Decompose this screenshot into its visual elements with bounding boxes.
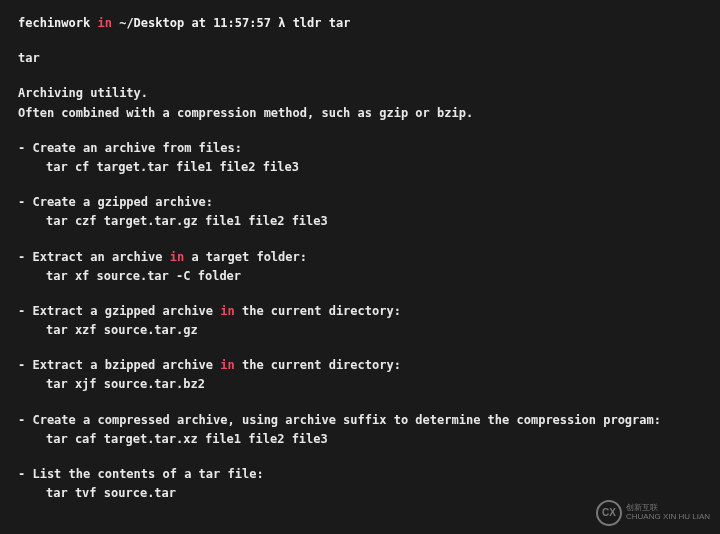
example-block: - Create a compressed archive, using arc… — [18, 411, 702, 449]
highlighted-keyword: in — [220, 304, 234, 318]
example-title: - Create an archive from files: — [18, 139, 702, 158]
watermark-line-2: CHUANG XIN HU LIAN — [626, 513, 710, 522]
example-title: - Extract a bzipped archive in the curre… — [18, 356, 702, 375]
example-block: - Extract an archive in a target folder:… — [18, 248, 702, 286]
prompt-user: fechinwork — [18, 16, 90, 30]
example-block: - Create an archive from files:tar cf ta… — [18, 139, 702, 177]
example-title-text: - Create a compressed archive, using arc… — [18, 413, 661, 427]
example-command: tar xf source.tar -C folder — [18, 267, 702, 286]
example-command: tar czf target.tar.gz file1 file2 file3 — [18, 212, 702, 231]
highlighted-keyword: in — [220, 358, 234, 372]
example-title: - Create a gzipped archive: — [18, 193, 702, 212]
example-title: - Create a compressed archive, using arc… — [18, 411, 702, 430]
example-block: - Create a gzipped archive:tar czf targe… — [18, 193, 702, 231]
example-block: - Extract a gzipped archive in the curre… — [18, 302, 702, 340]
example-title-text: - Extract an archive — [18, 250, 170, 264]
shell-prompt: fechinwork in ~/Desktop at 11:57:57 λ tl… — [18, 14, 702, 33]
prompt-command[interactable]: tldr tar — [293, 16, 351, 30]
example-title-text: the current directory: — [235, 358, 401, 372]
watermark-icon: CX — [596, 500, 622, 526]
example-command: tar xjf source.tar.bz2 — [18, 375, 702, 394]
prompt-lambda: λ — [278, 16, 285, 30]
prompt-path: ~/Desktop — [119, 16, 184, 30]
example-command: tar caf target.tar.xz file1 file2 file3 — [18, 430, 702, 449]
prompt-in-keyword: in — [97, 16, 111, 30]
example-title: - Extract an archive in a target folder: — [18, 248, 702, 267]
watermark: CX 创新互联 CHUANG XIN HU LIAN — [596, 500, 710, 526]
example-title-text: the current directory: — [235, 304, 401, 318]
example-title: - Extract a gzipped archive in the curre… — [18, 302, 702, 321]
prompt-at: at — [191, 16, 205, 30]
example-title-text: - Create an archive from files: — [18, 141, 242, 155]
example-title-text: - List the contents of a tar file: — [18, 467, 264, 481]
example-title-text: a target folder: — [184, 250, 307, 264]
description-line-2: Often combined with a compression method… — [18, 104, 702, 123]
example-title-text: - Extract a gzipped archive — [18, 304, 220, 318]
highlighted-keyword: in — [170, 250, 184, 264]
example-command: tar cf target.tar file1 file2 file3 — [18, 158, 702, 177]
example-command: tar xzf source.tar.gz — [18, 321, 702, 340]
prompt-time: 11:57:57 — [213, 16, 271, 30]
command-name: tar — [18, 49, 702, 68]
example-block: - Extract a bzipped archive in the curre… — [18, 356, 702, 394]
watermark-text: 创新互联 CHUANG XIN HU LIAN — [626, 504, 710, 522]
example-title-text: - Create a gzipped archive: — [18, 195, 213, 209]
description-line-1: Archiving utility. — [18, 84, 702, 103]
example-title-text: - Extract a bzipped archive — [18, 358, 220, 372]
command-description: Archiving utility. Often combined with a… — [18, 84, 702, 122]
example-block: - List the contents of a tar file:tar tv… — [18, 465, 702, 503]
example-title: - List the contents of a tar file: — [18, 465, 702, 484]
